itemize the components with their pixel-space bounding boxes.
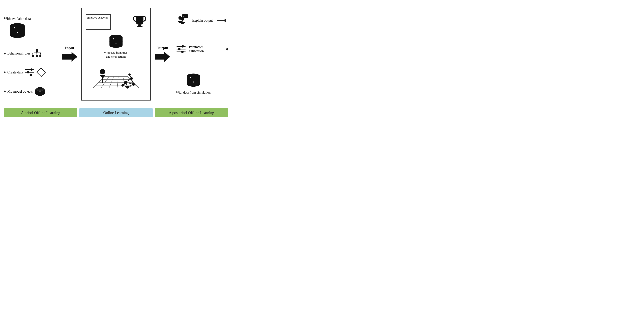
- bottom-labels-row: A priori Offline Learning Online Learnin…: [4, 108, 228, 117]
- main-row: With available data Behavioral rules: [4, 4, 228, 104]
- svg-point-5: [14, 27, 15, 28]
- arrow-behavioral: [4, 52, 6, 55]
- trial-data-label: With data from trial-and-error actions: [104, 51, 128, 59]
- svg-rect-33: [138, 25, 141, 26]
- svg-point-41: [116, 42, 116, 44]
- svg-marker-23: [37, 68, 46, 76]
- svg-point-18: [30, 68, 33, 71]
- behavioral-rules-item: Behavioral rules: [4, 48, 42, 59]
- ml-model-label: ML model objects: [7, 90, 33, 94]
- left-column: With available data Behavioral rules: [4, 6, 58, 102]
- svg-point-54: [100, 69, 105, 74]
- simulation-data-label: With data from simulation: [176, 91, 210, 94]
- ml-model-item: ML model objects: [4, 86, 46, 97]
- svg-rect-14: [32, 55, 34, 57]
- center-mid: With data from trial-and-error actions: [104, 34, 128, 59]
- explain-output-item: ? Explain output: [176, 14, 226, 27]
- improve-box: Improve behavior: [86, 14, 111, 30]
- svg-rect-11: [36, 53, 37, 54]
- svg-rect-16: [40, 55, 41, 57]
- behavioral-rules-label: Behavioral rules: [7, 52, 30, 56]
- svg-line-68: [128, 84, 134, 87]
- explain-output-label: Explain output: [192, 18, 213, 22]
- rhombus-icon: [36, 67, 46, 77]
- create-data-label: Create data: [7, 70, 23, 74]
- input-arrow-block: Input: [62, 46, 77, 63]
- svg-rect-10: [32, 53, 33, 54]
- big-arrow-right-input: [62, 51, 77, 63]
- svg-rect-12: [40, 53, 40, 54]
- center-bottom-scene: [86, 63, 146, 94]
- svg-text:?: ?: [183, 14, 184, 18]
- svg-rect-15: [36, 55, 38, 57]
- param-calibration-item: Parameter calibration: [176, 43, 228, 55]
- available-data-label: With available data: [4, 17, 31, 21]
- create-data-item: Create data: [4, 67, 46, 77]
- right-column: ? Explain output: [174, 6, 228, 102]
- svg-point-75: [181, 18, 184, 21]
- arrow-create-data: [4, 71, 6, 74]
- output-arrow-block: Output: [155, 46, 170, 63]
- svg-point-20: [27, 71, 29, 74]
- center-box: Improve behavior: [81, 8, 151, 100]
- svg-point-87: [190, 77, 191, 78]
- improve-label: Improve behavior: [87, 16, 108, 20]
- svg-point-79: [178, 48, 180, 50]
- svg-point-88: [193, 82, 194, 82]
- svg-rect-34: [137, 26, 142, 27]
- posteriori-label: A posteriori Offline Learning: [155, 108, 228, 117]
- left-top-item: With available data: [4, 17, 31, 40]
- svg-marker-32: [62, 52, 77, 62]
- tree-icon: [32, 48, 42, 59]
- output-arrow-label: Output: [156, 46, 168, 50]
- person-question-icon: ?: [176, 14, 190, 27]
- priori-label: A priori Offline Learning: [4, 108, 77, 117]
- grid-scene-icon: [87, 63, 145, 94]
- center-top: Improve behavior: [86, 14, 146, 30]
- svg-point-40: [113, 38, 114, 39]
- online-learning-label: Online Learning: [79, 108, 153, 117]
- database-icon-large: [9, 22, 26, 40]
- simulation-data-item: With data from simulation: [176, 73, 210, 94]
- svg-point-6: [17, 32, 18, 33]
- svg-line-62: [126, 78, 132, 82]
- input-arrow-label: Input: [65, 46, 74, 50]
- svg-point-86: [187, 82, 200, 86]
- sliders-icon: [24, 67, 34, 77]
- svg-point-81: [181, 51, 184, 53]
- database-icon-center: [108, 34, 124, 50]
- svg-point-39: [110, 43, 122, 48]
- sliders-icon-right: [176, 43, 186, 55]
- trophy-icon: [133, 14, 146, 28]
- big-arrow-right-output: [155, 51, 170, 63]
- svg-point-22: [30, 74, 32, 76]
- diagram-container: With available data Behavioral rules: [4, 4, 228, 117]
- database-icon-right: [186, 73, 201, 88]
- param-calibration-label: Parameter calibration: [189, 45, 216, 53]
- arrow-ml-model: [4, 90, 6, 92]
- svg-point-4: [10, 32, 25, 38]
- package-icon: [34, 86, 46, 97]
- svg-point-77: [182, 45, 184, 48]
- svg-marker-70: [155, 52, 170, 62]
